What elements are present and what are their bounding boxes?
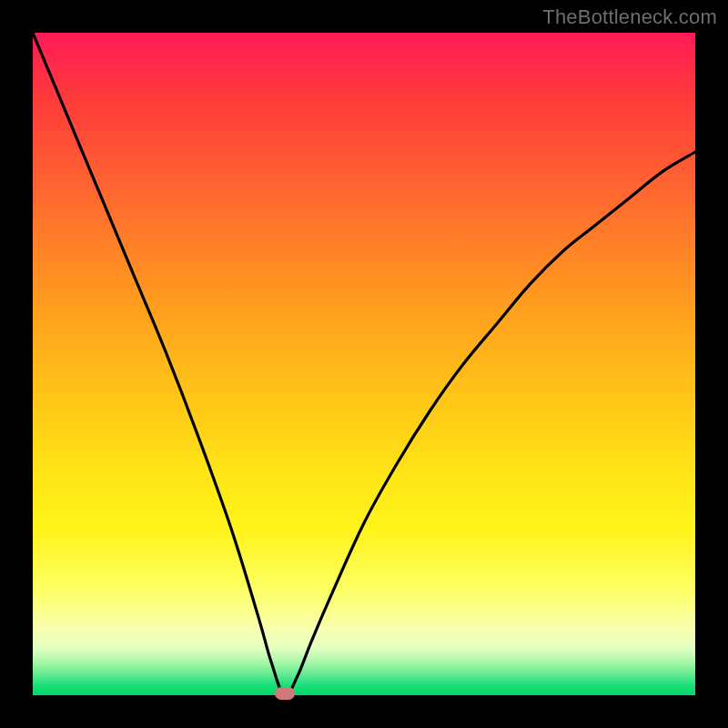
chart-frame: TheBottleneck.com <box>0 0 728 728</box>
curve-svg <box>33 33 695 695</box>
bottleneck-curve <box>33 33 695 695</box>
optimal-marker <box>275 687 295 700</box>
plot-area <box>33 33 695 695</box>
watermark-text: TheBottleneck.com <box>542 5 717 29</box>
